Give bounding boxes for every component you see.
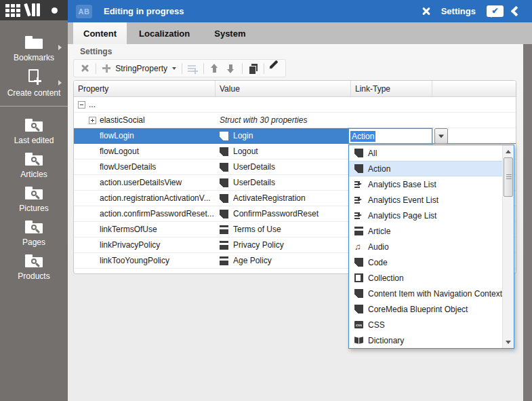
collapse-left-icon[interactable]	[511, 6, 522, 17]
property-cell[interactable]: linkPrivacyPolicy	[74, 237, 216, 252]
tab[interactable]: Content	[73, 22, 127, 44]
link-type-dropdown-button[interactable]	[434, 128, 448, 144]
tab[interactable]: System	[202, 22, 258, 44]
property-cell[interactable]: action.confirmPasswordReset...	[74, 206, 216, 221]
scroll-up-button[interactable]	[503, 146, 514, 157]
toolbar-item[interactable]	[266, 61, 283, 76]
link-type-cell[interactable]	[351, 113, 432, 128]
rail-item-icon	[23, 184, 45, 202]
table-row[interactable]: elasticSocial Struct with 30 properties	[74, 113, 516, 128]
rail-item-label: Pictures	[19, 204, 48, 213]
value-cell[interactable]: ActivateRegistration	[216, 191, 351, 206]
value-cell[interactable]: UserDetails	[216, 175, 351, 190]
value-cell[interactable]: Age Policy	[216, 253, 351, 268]
rail-item[interactable]: Pictures	[0, 181, 68, 215]
property-cell[interactable]: elasticSocial	[74, 113, 216, 128]
option-label: CSS	[368, 320, 385, 330]
tab[interactable]: Localization	[127, 22, 202, 44]
column-header[interactable]: Link-Type	[351, 81, 432, 96]
toolbar-icon	[269, 63, 280, 74]
toolbar-icon	[247, 63, 258, 74]
value-cell[interactable]: Logout	[216, 144, 351, 159]
rail-item[interactable]: Articles	[0, 147, 68, 181]
rail-top-bar	[0, 0, 68, 20]
dropdown-option[interactable]: Analytics Base List	[349, 176, 502, 192]
tab-label: Localization	[139, 28, 190, 39]
value-cell[interactable]	[216, 97, 351, 112]
value-text: Privacy Policy	[233, 240, 284, 250]
value-cell[interactable]: Terms of Use	[216, 222, 351, 237]
value-type-icon	[220, 132, 228, 140]
value-cell[interactable]: Struct with 30 properties	[216, 113, 351, 128]
toolbar-icon	[101, 63, 112, 74]
toolbar-item[interactable]	[184, 61, 201, 76]
dropdown-option[interactable]: CoreMedia Blueprint Object	[349, 301, 502, 317]
settings-button[interactable]: Settings	[441, 6, 476, 16]
option-type-icon	[354, 289, 363, 298]
toolbar-item[interactable]	[77, 61, 93, 76]
option-type-icon	[354, 320, 363, 329]
property-cell[interactable]: linkTermsOfUse	[74, 222, 216, 237]
property-cell[interactable]: flowLogin	[74, 128, 216, 143]
option-type-icon	[354, 305, 363, 313]
dropdown-option[interactable]: Collection	[349, 270, 502, 286]
toolbar-item[interactable]	[223, 61, 239, 76]
column-header[interactable]: Property	[74, 81, 216, 96]
rail-item[interactable]: Last edited	[0, 113, 68, 147]
value-cell[interactable]: UserDetails	[216, 159, 351, 174]
rail-item[interactable]: Bookmarks	[0, 30, 68, 65]
property-cell[interactable]: action.userDetailsView	[74, 175, 216, 190]
link-type-cell[interactable]	[351, 97, 432, 112]
property-cell[interactable]: flowUserDetails	[74, 159, 216, 174]
rail-item[interactable]: Products	[0, 249, 68, 283]
table-row[interactable]: flowLogin Login	[74, 128, 516, 144]
dropdown-option[interactable]: Dictionary	[349, 332, 502, 348]
pan-icon[interactable]	[46, 3, 62, 18]
dropdown-option[interactable]: All	[349, 145, 502, 161]
dropdown-option[interactable]: Action	[349, 161, 502, 176]
rail-item[interactable]: Pages	[0, 215, 68, 249]
dropdown-option[interactable]: Code	[349, 254, 502, 270]
toolbar-label: StringProperty	[115, 64, 167, 73]
property-cell[interactable]: linkTooYoungPolicy	[74, 253, 216, 268]
toolbar-item[interactable]	[207, 61, 223, 76]
rail-item[interactable]: Create content	[0, 65, 68, 100]
link-type-input[interactable]: Action	[348, 128, 432, 144]
tab-label: System	[214, 28, 245, 39]
tools-icon[interactable]	[420, 6, 432, 17]
property-cell[interactable]: flowLogout	[74, 144, 216, 159]
message-check-icon[interactable]	[487, 5, 504, 17]
property-cell[interactable]: action.registrationActivationV...	[74, 191, 216, 206]
toolbar-icon	[79, 63, 90, 74]
dropdown-option[interactable]: Analytics Page List	[349, 208, 502, 223]
collapsed-right-panel[interactable]	[523, 44, 532, 401]
value-cell[interactable]: Login	[216, 128, 351, 143]
table-row[interactable]: ...	[74, 97, 516, 113]
scroll-down-button[interactable]	[503, 337, 514, 347]
expander-icon[interactable]	[78, 101, 85, 109]
dropdown-option[interactable]: Article	[349, 223, 502, 239]
scrollbar-grip-icon	[506, 174, 512, 180]
toolbar-item[interactable]: StringProperty	[98, 61, 179, 76]
scrollbar-thumb[interactable]	[504, 157, 513, 197]
rail-item-label: Pages	[22, 237, 45, 247]
dropdown-option[interactable]: Content Item with Navigation Context	[349, 286, 502, 301]
value-text: Logout	[233, 147, 258, 156]
option-type-icon	[354, 164, 363, 173]
dropdown-option[interactable]: Audio	[349, 239, 502, 254]
expander-icon[interactable]	[89, 117, 96, 124]
dropdown-scrollbar[interactable]	[502, 145, 514, 348]
column-header[interactable]: Value	[216, 81, 351, 96]
option-type-icon	[354, 149, 363, 157]
value-type-icon	[220, 225, 228, 234]
toolbar-item[interactable]	[245, 61, 261, 76]
property-cell[interactable]: ...	[74, 97, 216, 112]
option-label: CoreMedia Blueprint Object	[368, 305, 468, 314]
dropdown-option[interactable]: CSS	[349, 317, 502, 332]
apps-grid-icon[interactable]	[5, 4, 20, 17]
dropdown-option[interactable]: Analytics Event List	[349, 192, 502, 208]
option-label: Analytics Base List	[368, 180, 436, 189]
library-icon[interactable]	[25, 3, 41, 17]
value-cell[interactable]: ConfirmPasswordReset	[216, 206, 351, 221]
value-cell[interactable]: Privacy Policy	[216, 237, 351, 252]
